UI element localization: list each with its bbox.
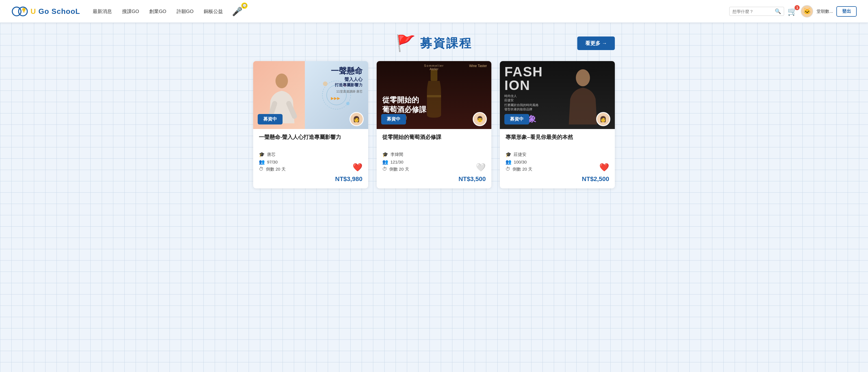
card-meta-2: 🎓 李煒閔 👥 121/30 ⏱ 倒數 20 天 bbox=[382, 152, 486, 172]
instructor-emoji-3: 👩 bbox=[599, 116, 607, 122]
instructor-icon-2: 🎓 bbox=[382, 152, 388, 158]
speech-bubble-icon: 💬 bbox=[241, 3, 248, 9]
students-icon-1: 👥 bbox=[259, 159, 265, 165]
course-image-2: Sommelier Atelier Wine Taster 從零開始的 葡萄酒必… bbox=[377, 61, 492, 129]
instructor-avatar-3: 👩 bbox=[596, 112, 610, 126]
course-card-3: FASH ION 時尚佳人 莊捷安 打磨屬於自我的時尚風格 發型衣著的妝容品牌 … bbox=[500, 61, 615, 189]
countdown-item-1: ⏱ 倒數 20 天 bbox=[259, 166, 286, 172]
card3-subtitle-area: 時尚佳人 莊捷安 打磨屬於自我的時尚風格 發型衣著的妝容品牌 bbox=[504, 94, 538, 111]
course-card-1: 一聲懸命 聲入人心 打造專屬影響力 11堂直達講師 唐芯 ▶▶▶ 募資中 👩 一… bbox=[253, 61, 368, 189]
course-card-2: Sommelier Atelier Wine Taster 從零開始的 葡萄酒必… bbox=[377, 61, 492, 189]
svg-rect-4 bbox=[24, 12, 24, 13]
svg-point-2 bbox=[22, 8, 26, 11]
card-body-3: 專業形象–看見你最美的本然 🎓 莊捷安 👥 100/30 bbox=[500, 129, 615, 189]
logo-link[interactable]: U Go SchooL bbox=[11, 4, 80, 19]
search-icon[interactable]: 🔍 bbox=[775, 8, 781, 15]
meta-row-3: 🎓 莊捷安 👥 100/30 ⏱ 倒數 20 天 bbox=[505, 152, 609, 172]
nav-startup[interactable]: 創業GO bbox=[145, 6, 170, 17]
course-image-1: 一聲懸命 聲入人心 打造專屬影響力 11堂直達講師 唐芯 ▶▶▶ 募資中 👩 bbox=[253, 61, 368, 129]
instructor-name-2: 李煒閔 bbox=[391, 152, 403, 157]
card3-fashion-text: FASH bbox=[504, 65, 543, 79]
instructor-avatar-1: 👩 bbox=[349, 112, 364, 126]
clock-icon-1: ⏱ bbox=[259, 166, 264, 172]
card-price-2: NT$3,500 bbox=[382, 175, 486, 183]
nav-right: 🔍 🛒 1 🐱 堂朝數... 登出 bbox=[729, 5, 857, 18]
favorite-btn-1[interactable]: ❤️ bbox=[352, 163, 363, 172]
nav-news[interactable]: 最新消息 bbox=[89, 6, 116, 17]
card3-ion-text: ION bbox=[504, 79, 530, 92]
meta-row-2: 🎓 李煒閔 👥 121/30 ⏱ 倒數 20 天 bbox=[382, 152, 486, 172]
instructor-name-3: 莊捷安 bbox=[514, 152, 526, 157]
students-icon-2: 👥 bbox=[382, 159, 388, 165]
card1-note: 11堂直達講師 唐芯 bbox=[331, 89, 363, 94]
countdown-item-3: ⏱ 倒數 20 天 bbox=[505, 166, 532, 172]
svg-point-10 bbox=[276, 74, 288, 88]
card1-title-line3: 打造專屬影響力 bbox=[331, 83, 363, 88]
instructor-icon-3: 🎓 bbox=[505, 152, 512, 158]
user-name[interactable]: 堂朝數... bbox=[816, 9, 833, 14]
svg-rect-3 bbox=[23, 11, 25, 12]
card2-title-line1: 從零開始的 bbox=[382, 95, 426, 105]
students-count-2: 121/30 bbox=[391, 160, 403, 164]
card-body-1: 一聲懸命-聲入人心打造專屬影響力 🎓 唐芯 👥 97/30 bbox=[253, 129, 368, 189]
card-price-3: NT$2,500 bbox=[505, 175, 609, 183]
students-icon-3: 👥 bbox=[505, 159, 512, 165]
card-title-3: 專業形象–看見你最美的本然 bbox=[505, 134, 609, 148]
svg-rect-11 bbox=[431, 69, 437, 81]
card-meta-1: 🎓 唐芯 👥 97/30 ⏱ 倒數 20 天 bbox=[259, 152, 363, 172]
search-input[interactable] bbox=[733, 9, 775, 14]
svg-point-8 bbox=[346, 102, 349, 105]
course-status-btn-1[interactable]: 募資中 bbox=[258, 114, 283, 124]
svg-point-7 bbox=[323, 82, 328, 86]
svg-point-13 bbox=[576, 69, 590, 86]
instructor-emoji-1: 👩 bbox=[353, 116, 360, 122]
logout-button[interactable]: 登出 bbox=[836, 6, 857, 17]
countdown-item-2: ⏱ 倒數 20 天 bbox=[382, 166, 409, 172]
search-bar[interactable]: 🔍 bbox=[729, 7, 784, 16]
card-title-2: 從零開始的葡萄酒必修課 bbox=[382, 134, 486, 148]
favorite-btn-2[interactable]: 🤍 bbox=[476, 163, 486, 172]
card-price-1: NT$3,980 bbox=[259, 175, 363, 183]
favorite-btn-3[interactable]: ❤️ bbox=[599, 163, 609, 172]
mic-icon: 🎤 bbox=[232, 6, 242, 17]
students-count-1: 97/30 bbox=[267, 160, 278, 164]
mic-button[interactable]: 🎤 💬 bbox=[232, 6, 242, 17]
instructor-emoji-2: 👨 bbox=[476, 116, 484, 122]
nav-charity[interactable]: 銅板公益 bbox=[200, 6, 227, 17]
meta-info-3: 🎓 莊捷安 👥 100/30 ⏱ 倒數 20 天 bbox=[505, 152, 532, 172]
nav-search-course[interactable]: 搜課GO bbox=[118, 6, 143, 17]
course-status-btn-3[interactable]: 募資中 bbox=[504, 114, 529, 124]
clock-icon-2: ⏱ bbox=[382, 166, 387, 172]
card1-title-line1: 一聲懸命 bbox=[331, 67, 363, 76]
instructor-name-1: 唐芯 bbox=[267, 152, 276, 157]
card1-text-overlay: 一聲懸命 聲入人心 打造專屬影響力 11堂直達講師 唐芯 ▶▶▶ bbox=[331, 67, 363, 101]
courses-grid: 一聲懸命 聲入人心 打造專屬影響力 11堂直達講師 唐芯 ▶▶▶ 募資中 👩 一… bbox=[253, 61, 615, 189]
nav-wishlist[interactable]: 許願GO bbox=[173, 6, 197, 17]
instructor-item-1: 🎓 唐芯 bbox=[259, 152, 286, 158]
course-status-btn-2[interactable]: 募資中 bbox=[381, 114, 406, 124]
avatar-emoji: 🐱 bbox=[803, 8, 811, 15]
clock-icon-3: ⏱ bbox=[505, 166, 510, 172]
instructor-icon-1: 🎓 bbox=[259, 152, 265, 158]
instructor-item-3: 🎓 莊捷安 bbox=[505, 152, 532, 158]
card-meta-3: 🎓 莊捷安 👥 100/30 ⏱ 倒數 20 天 bbox=[505, 152, 609, 172]
user-avatar[interactable]: 🐱 bbox=[801, 5, 813, 18]
meta-info-2: 🎓 李煒閔 👥 121/30 ⏱ 倒數 20 天 bbox=[382, 152, 409, 172]
instructor-item-2: 🎓 李煒閔 bbox=[382, 152, 409, 158]
countdown-text-2: 倒數 20 天 bbox=[390, 167, 409, 172]
meta-info-1: 🎓 唐芯 👥 97/30 ⏱ 倒數 20 天 bbox=[259, 152, 286, 172]
instructor-avatar-2: 👨 bbox=[473, 112, 487, 126]
logo-svg-icon bbox=[11, 4, 28, 19]
cart-button[interactable]: 🛒 1 bbox=[787, 7, 797, 16]
section-title: 募資課程 bbox=[420, 35, 472, 51]
countdown-text-3: 倒數 20 天 bbox=[513, 167, 532, 172]
see-more-button[interactable]: 看更多 → bbox=[577, 36, 615, 50]
main-content: 🚩 募資課程 看更多 → bbox=[236, 23, 632, 205]
students-item-2: 👥 121/30 bbox=[382, 159, 409, 165]
cart-badge: 1 bbox=[795, 5, 800, 10]
logo-text: U Go SchooL bbox=[31, 7, 80, 16]
course-image-3: FASH ION 時尚佳人 莊捷安 打磨屬於自我的時尚風格 發型衣著的妝容品牌 … bbox=[500, 61, 615, 129]
nav-links: 最新消息 搜課GO 創業GO 許願GO 銅板公益 🎤 💬 bbox=[89, 6, 730, 17]
section-header: 🚩 募資課程 看更多 → bbox=[253, 34, 615, 53]
card1-title-line2: 聲入人心 bbox=[331, 77, 363, 83]
